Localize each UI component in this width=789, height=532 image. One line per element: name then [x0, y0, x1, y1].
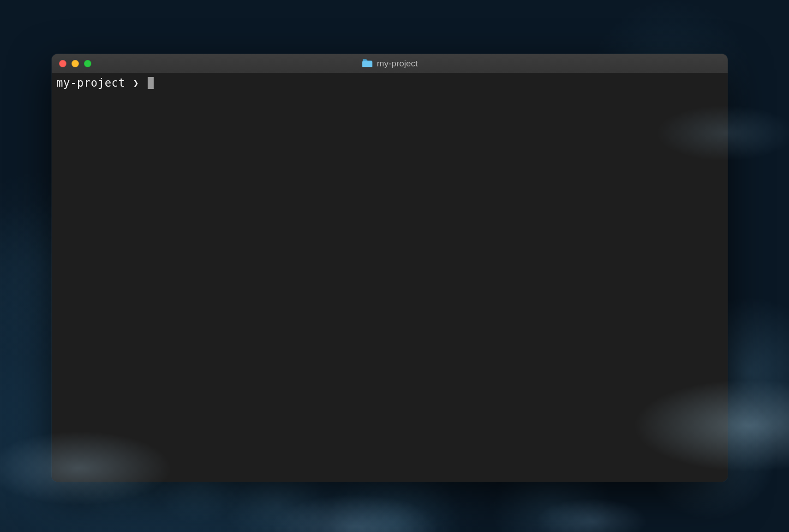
- terminal-body[interactable]: my-project ❯: [52, 73, 728, 482]
- terminal-window: my-project my-project ❯: [52, 54, 728, 482]
- window-title-text: my-project: [377, 59, 418, 69]
- window-titlebar[interactable]: my-project: [52, 54, 728, 73]
- prompt-separator: ❯: [132, 77, 140, 89]
- prompt-directory: my-project: [56, 76, 126, 90]
- prompt-line: my-project ❯: [56, 76, 723, 90]
- maximize-button[interactable]: [84, 60, 91, 67]
- minimize-button[interactable]: [72, 60, 79, 67]
- folder-icon: [362, 59, 373, 68]
- cursor: [148, 77, 154, 89]
- close-button[interactable]: [59, 60, 66, 67]
- traffic-lights: [52, 60, 91, 67]
- window-title: my-project: [362, 59, 418, 69]
